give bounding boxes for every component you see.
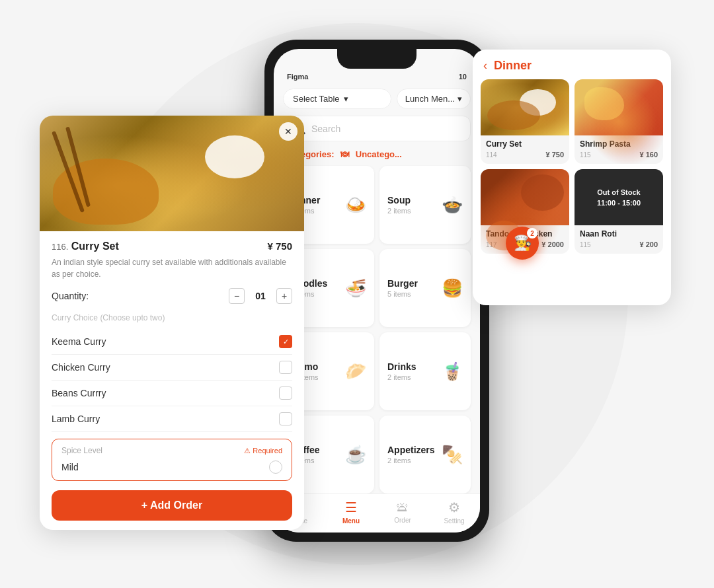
burger-info: Burger 5 items (387, 278, 418, 298)
item-title-group: 116. Curry Set (52, 240, 119, 252)
curry-set-info: Curry Set 114 ¥ 750 (481, 135, 569, 164)
panel-title: Dinner (494, 59, 532, 73)
status-bar: Figma 10 (274, 69, 480, 82)
categories-label: Categories: 🍽 Uncatego... (283, 149, 471, 159)
menu-nav-label: Menu (342, 517, 360, 525)
spice-text: Mild (61, 462, 79, 472)
choice-keema-label: Keema Curry (52, 336, 106, 347)
cart-badge: 2 (527, 228, 537, 239)
menu-nav-icon: ☰ (345, 499, 357, 515)
choice-beans[interactable]: Beans Currry (52, 381, 292, 406)
appetizers-info: Appetizers 2 items (387, 445, 435, 464)
lunch-menu-label: Lunch Men... (405, 94, 455, 104)
add-order-button[interactable]: + Add Order (52, 490, 292, 521)
quantity-value: 01 (253, 291, 268, 301)
item-price: ¥ 750 (267, 240, 292, 252)
soup-count: 2 items (387, 207, 411, 215)
choice-lamb-label: Lamb Curry (52, 414, 100, 424)
spice-option-mild[interactable]: Mild (61, 460, 282, 474)
phone-content: Select Table ▾ Lunch Men... ▾ 🔍 Search C… (274, 82, 480, 494)
bottom-nav: ⊞ Table ☰ Menu 🛎 Order ⚙ Setting (274, 494, 480, 533)
dinner-icon: 🍛 (345, 195, 366, 215)
burger-count: 5 items (387, 290, 418, 298)
required-icon: ⚠ (244, 447, 251, 455)
quantity-row: Quantity: − 01 + (52, 288, 292, 304)
category-burger[interactable]: Burger 5 items 🍔 (379, 249, 471, 327)
choice-chicken-label: Chicken Curry (52, 362, 110, 373)
spice-section: Spice Level ⚠ Required Mild (52, 439, 292, 481)
naan-roti-name: Naan Roti (580, 229, 658, 239)
choice-lamb[interactable]: Lamb Curry (52, 406, 292, 432)
choice-label: Curry Choice (Choose upto two) (52, 313, 292, 322)
appetizers-count: 2 items (387, 457, 435, 464)
curry-set-price: ¥ 750 (545, 151, 564, 159)
soup-info: Soup 2 items (387, 195, 411, 215)
cart-fab[interactable]: 👨‍🍳 2 (506, 227, 539, 260)
dinner-naan-roti[interactable]: Out of Stock 11:00 - 15:00 Naan Roti 115… (575, 169, 663, 254)
lunch-dropdown-icon: ▾ (457, 94, 462, 104)
soup-icon: 🍲 (442, 195, 463, 215)
lunch-menu-button[interactable]: Lunch Men... ▾ (397, 89, 471, 109)
select-table-label: Select Table (293, 94, 340, 104)
choice-chicken[interactable]: Chicken Curry (52, 355, 292, 381)
card-body: 116. Curry Set ¥ 750 An indian style spe… (40, 231, 304, 530)
required-badge: ⚠ Required (244, 447, 282, 455)
quantity-decrease[interactable]: − (229, 288, 245, 304)
quantity-increase[interactable]: + (276, 288, 292, 304)
naan-roti-info: Naan Roti 115 ¥ 200 (575, 225, 663, 254)
nav-setting[interactable]: ⚙ Setting (428, 499, 480, 525)
order-nav-label: Order (394, 517, 411, 524)
checkbox-chicken[interactable] (279, 361, 292, 374)
spice-header: Spice Level ⚠ Required (61, 446, 282, 455)
item-name: Curry Set (71, 240, 119, 252)
appetizers-name: Appetizers (387, 445, 435, 455)
panel-header: ‹ Dinner (473, 50, 671, 79)
checkbox-keema[interactable]: ✓ (279, 335, 292, 348)
close-button[interactable]: ✕ (279, 122, 298, 141)
status-right: 10 (459, 73, 467, 81)
category-drinks[interactable]: Drinks 2 items 🧋 (379, 332, 471, 410)
nav-menu[interactable]: ☰ Menu (325, 499, 377, 525)
out-of-stock-label: Out of Stock (597, 188, 640, 196)
momo-icon: 🥟 (345, 361, 366, 382)
search-placeholder: Search (311, 124, 340, 134)
food-image: ✕ (40, 116, 304, 231)
item-description: An indian style special curry set availa… (52, 256, 292, 280)
quantity-label: Quantity: (52, 291, 89, 301)
dinner-shrimp-pasta[interactable]: Shrimp Pasta 115 ¥ 160 (575, 79, 663, 164)
dinner-curry-set[interactable]: Curry Set 114 ¥ 750 (481, 79, 569, 164)
status-left: Figma (287, 73, 308, 81)
curry-set-meta: 114 ¥ 750 (486, 151, 564, 159)
tandoori-image (481, 169, 569, 225)
appetizers-icon: 🍢 (442, 445, 463, 465)
search-bar[interactable]: 🔍 Search (283, 116, 471, 141)
drinks-icon: 🧋 (442, 361, 463, 382)
order-nav-icon: 🛎 (396, 499, 409, 515)
burger-icon: 🍔 (442, 278, 463, 299)
dinner-items-grid: Curry Set 114 ¥ 750 Shrimp Pasta 115 ¥ 1… (473, 79, 671, 254)
naan-roti-price: ¥ 200 (639, 240, 658, 248)
setting-nav-label: Setting (444, 517, 464, 525)
checkbox-beans[interactable] (279, 386, 292, 400)
checkbox-lamb[interactable] (279, 412, 292, 425)
back-button[interactable]: ‹ (483, 59, 487, 73)
choice-beans-label: Beans Currry (52, 388, 106, 398)
curry-set-image (481, 79, 569, 135)
choice-keema[interactable]: Keema Curry ✓ (52, 329, 292, 355)
category-grid: Dinner 2 items 🍛 Soup 2 items 🍲 (283, 166, 471, 494)
uncategorized-label: 🍽 Uncatego... (340, 149, 402, 159)
drinks-count: 2 items (387, 373, 416, 381)
naan-roti-id: 115 (580, 241, 591, 248)
phone-screen: Figma 10 Select Table ▾ Lunch Men... ▾ (274, 49, 480, 533)
noodles-icon: 🍜 (345, 278, 366, 299)
category-appetizers[interactable]: Appetizers 2 items 🍢 (379, 416, 471, 494)
curry-set-name: Curry Set (486, 139, 564, 149)
category-soup[interactable]: Soup 2 items 🍲 (379, 166, 471, 244)
nav-order[interactable]: 🛎 Order (377, 499, 428, 525)
burger-name: Burger (387, 278, 418, 289)
radio-mild[interactable] (269, 460, 282, 474)
select-table-button[interactable]: Select Table ▾ (283, 89, 391, 109)
dinner-panel: ‹ Dinner Curry Set 114 ¥ 750 (473, 50, 671, 305)
drinks-info: Drinks 2 items (387, 361, 416, 381)
curry-set-id: 114 (486, 151, 497, 159)
